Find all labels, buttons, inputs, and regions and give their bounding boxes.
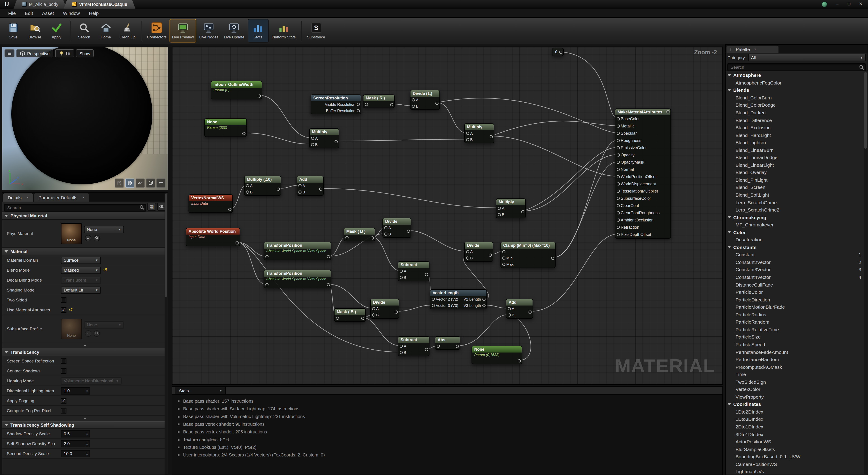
palette-item-time[interactable]: Time xyxy=(725,371,868,378)
palette-item-lightmapuvs[interactable]: LightmapUVs xyxy=(725,468,868,475)
palette-item-constant2vector[interactable]: Constant2Vector2 xyxy=(725,258,868,266)
node-transformposition-13[interactable]: TransformPositionAbsolute World Space to… xyxy=(264,270,331,288)
palette-item-blend-exclusion[interactable]: Blend_Exclusion xyxy=(725,124,868,131)
scrollbar-thumb[interactable] xyxy=(165,193,167,297)
output-pin[interactable] xyxy=(456,345,459,348)
input-pin[interactable] xyxy=(466,138,469,141)
input-pin[interactable] xyxy=(616,146,620,149)
viewport-lit-button[interactable]: Lit xyxy=(55,49,74,57)
menu-help[interactable]: Help xyxy=(84,10,103,16)
palette-item-blend-lighten[interactable]: Blend_Lighten xyxy=(725,139,868,146)
use-material-attributes-checkbox[interactable]: ✓ xyxy=(61,307,66,313)
input-pin[interactable] xyxy=(616,219,620,222)
palette-item-perinstancefadeamount[interactable]: PerInstanceFadeAmount xyxy=(725,348,868,355)
save-button[interactable]: Save xyxy=(3,19,24,42)
node-mtoon-outlinewidth-1[interactable]: mtoon_OutlineWidthParam (0) xyxy=(211,81,262,99)
palette-item-particleradius[interactable]: ParticleRadius xyxy=(725,311,868,318)
output-pin[interactable] xyxy=(228,208,231,211)
output-pin[interactable] xyxy=(489,253,492,256)
palette-item-constant3vector[interactable]: Constant3Vector3 xyxy=(725,266,868,273)
palette-item-3dto1dindex[interactable]: 3Dto1DIndex xyxy=(725,431,868,438)
category-dropdown[interactable]: All ▼ xyxy=(748,54,866,61)
palette-item-particlesize[interactable]: ParticleSize xyxy=(725,333,868,341)
palette-item-boundingboxbased-0-1-uvw[interactable]: BoundingBoxBased_0-1_UVW xyxy=(725,453,868,460)
preview-mesh-cylinder-button[interactable] xyxy=(115,179,124,188)
preview-mesh-cube-button[interactable] xyxy=(146,179,155,188)
use-selected-asset-button[interactable]: ← xyxy=(85,330,91,337)
node-mask-r-3[interactable]: Mask ( R ) xyxy=(363,94,395,108)
self-shadow-density-sca-field[interactable]: 2.0▲▼ xyxy=(61,440,90,447)
viewport-menu-button[interactable] xyxy=(4,49,14,57)
blend-mode-dropdown[interactable]: Masked▼ xyxy=(61,266,101,274)
node-clamp-min-0-max-10-19[interactable]: Clamp (Min=0) (Max=10)MinMax xyxy=(500,242,556,268)
expand-advanced-button[interactable] xyxy=(2,343,168,348)
node-add-23[interactable]: AddAB xyxy=(506,299,533,319)
node-divide-18[interactable]: DivideAB xyxy=(464,242,493,262)
output-pin[interactable] xyxy=(666,110,669,114)
input-pin[interactable] xyxy=(466,250,469,253)
input-pin[interactable] xyxy=(498,207,501,210)
live-nodes-button[interactable]: Live Nodes xyxy=(197,19,221,42)
input-pin[interactable] xyxy=(502,256,505,260)
node-abs-25[interactable]: Abs xyxy=(435,336,460,350)
spinner-arrows-icon[interactable]: ▲▼ xyxy=(85,432,90,436)
two-sided-checkbox[interactable] xyxy=(61,297,66,303)
preview-mesh-sphere-button[interactable] xyxy=(125,179,134,188)
input-pin[interactable] xyxy=(298,184,301,187)
output-pin[interactable] xyxy=(425,348,428,351)
palette-item-twosidedsign[interactable]: TwoSidedSign xyxy=(725,378,868,385)
document-tab-vrmmtoonbaseopaque[interactable]: VrmMToonBaseOpaque xyxy=(64,0,135,8)
platform-stats-button[interactable]: Platform Stats xyxy=(269,19,298,42)
palette-item-blend-difference[interactable]: Blend_Difference xyxy=(725,116,868,124)
menu-edit[interactable]: Edit xyxy=(20,10,37,16)
input-pin[interactable] xyxy=(616,233,620,236)
decal-blend-mode-dropdown[interactable]: Translucent▼ xyxy=(61,276,101,284)
output-pin[interactable] xyxy=(551,256,554,260)
output-pin[interactable] xyxy=(356,103,360,106)
node-makematerialattributes-27[interactable]: MakeMaterialAttributesBaseColorMetallicS… xyxy=(615,108,671,239)
node-screenresolution-2[interactable]: ScreenResolutionVisible ResolutionBuffer… xyxy=(311,94,361,114)
input-pin[interactable] xyxy=(399,270,403,273)
details-search-input[interactable] xyxy=(4,203,146,211)
palette-item-constant4vector[interactable]: Constant4Vector4 xyxy=(725,274,868,281)
node-mask-b-21[interactable]: Mask ( B ) xyxy=(334,308,366,322)
output-pin[interactable] xyxy=(327,255,330,258)
subsurface-profile-thumbnail[interactable]: None xyxy=(61,318,82,339)
palette-item-blend-overlay[interactable]: Blend_Overlay xyxy=(725,168,868,176)
input-pin[interactable] xyxy=(365,103,368,106)
output-pin[interactable] xyxy=(489,135,493,138)
output-pin[interactable] xyxy=(361,317,364,320)
node-subtract-16[interactable]: SubtractAB xyxy=(398,261,430,281)
window-close-button[interactable]: ✕ xyxy=(855,0,866,8)
palette-item-particlerandom[interactable]: ParticleRandom xyxy=(725,318,868,326)
details-scrollbar[interactable] xyxy=(164,193,168,475)
contact-shadows-checkbox[interactable] xyxy=(61,368,66,374)
node-constant-0[interactable]: 0 xyxy=(552,48,564,56)
palette-scrollbar[interactable] xyxy=(864,72,867,474)
section-header-translucency-self-shadowing[interactable]: Translucency Self Shadowing xyxy=(2,421,168,429)
spinner-arrows-icon[interactable]: ▲▼ xyxy=(85,388,90,393)
output-pin[interactable] xyxy=(528,310,531,313)
reset-to-default-button[interactable]: ↺ xyxy=(69,307,73,313)
palette-item-blend-linearburn[interactable]: Blend_LinearBurn xyxy=(725,146,868,154)
output-pin[interactable] xyxy=(370,236,374,239)
input-pin[interactable] xyxy=(372,313,375,317)
preview-mesh-teapot-button[interactable] xyxy=(156,179,165,188)
input-pin[interactable] xyxy=(436,345,440,348)
output-pin[interactable] xyxy=(334,140,338,143)
palette-category-color[interactable]: Color xyxy=(725,228,868,236)
browse-asset-button[interactable] xyxy=(94,235,100,241)
palette-item-particlecolor[interactable]: ParticleColor xyxy=(725,288,868,296)
input-pin[interactable] xyxy=(466,132,469,135)
screen-space-reflection-checkbox[interactable] xyxy=(61,358,66,363)
input-pin[interactable] xyxy=(498,213,501,216)
palette-item-lerp-scratchgrime[interactable]: Lerp_ScratchGrime xyxy=(725,199,868,206)
output-pin[interactable] xyxy=(407,229,410,232)
output-pin[interactable] xyxy=(482,304,485,307)
second-density-scale-field[interactable]: 10.0▲▼ xyxy=(61,450,90,457)
input-pin[interactable] xyxy=(616,182,620,186)
window-maximize-button[interactable]: □ xyxy=(844,0,855,8)
palette-item-blend-linearlight[interactable]: Blend_LinearLight xyxy=(725,161,868,168)
output-pin[interactable] xyxy=(521,210,524,213)
input-pin[interactable] xyxy=(399,345,403,348)
